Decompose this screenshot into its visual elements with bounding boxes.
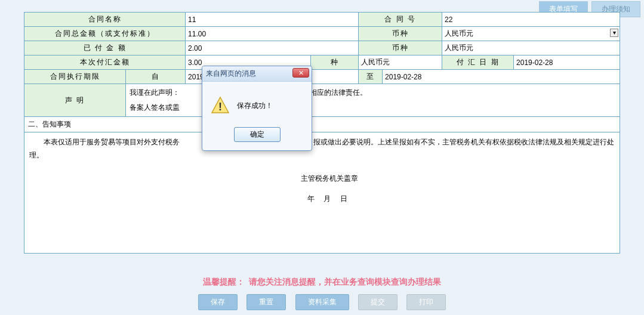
field-currency-3[interactable]: 人民币元 bbox=[359, 55, 442, 70]
label-currency-3: 种 bbox=[311, 55, 359, 70]
label-total-amount: 合同总金额（或支付标准） bbox=[24, 27, 186, 41]
dialog-message: 保存成功！ bbox=[237, 101, 273, 111]
label-contract-name: 合同名称 bbox=[24, 13, 186, 27]
field-pay-date[interactable] bbox=[514, 55, 620, 70]
reset-button[interactable]: 重置 bbox=[246, 294, 286, 310]
field-paid-amount[interactable] bbox=[186, 41, 359, 55]
message-dialog: 来自网页的消息 ✕ ! 保存成功！ 确定 bbox=[202, 66, 312, 151]
reminder-bar: 温馨提醒： 请您关注消息提醒，并在业务查询模块查询办理结果 bbox=[0, 277, 644, 288]
section2-body: 本表仅适用于服务贸易等项目对外支付税务务局进行纳税申报或做出必要说明。上述呈报如… bbox=[24, 132, 620, 254]
field-contract-no[interactable] bbox=[442, 13, 620, 27]
field-period-to[interactable] bbox=[383, 70, 620, 84]
field-declaration: 我谨在此声明：；愿承担相应的法律责任。 备案人签名或盖 bbox=[126, 84, 620, 117]
svg-text:!: ! bbox=[218, 101, 222, 113]
field-currency-1[interactable]: 人民币元 ▾ bbox=[442, 27, 620, 41]
submit-button: 提交 bbox=[358, 294, 398, 310]
save-button[interactable]: 保存 bbox=[198, 294, 238, 310]
collect-button[interactable]: 资料采集 bbox=[295, 294, 349, 310]
label-contract-period: 合同执行期限 bbox=[24, 70, 126, 84]
warning-icon: ! bbox=[211, 96, 230, 115]
stamp-label: 主管税务机关盖章 bbox=[29, 172, 615, 186]
print-button: 打印 bbox=[406, 294, 446, 310]
stamp-date: 年 月 日 bbox=[29, 193, 615, 206]
label-declaration: 声 明 bbox=[24, 84, 126, 117]
field-contract-name[interactable] bbox=[186, 13, 359, 27]
form-table: 合同名称 合 同 号 合同总金额（或支付标准） 币种 人民币元 ▾ 已 付 金 … bbox=[24, 12, 620, 117]
field-total-amount[interactable] bbox=[186, 27, 359, 41]
chevron-down-icon[interactable]: ▾ bbox=[610, 29, 618, 37]
form-panel: 合同名称 合 同 号 合同总金额（或支付标准） 币种 人民币元 ▾ 已 付 金 … bbox=[24, 12, 620, 254]
section2-title: 二、告知事项 bbox=[24, 117, 620, 132]
label-currency-2: 币种 bbox=[359, 41, 442, 55]
label-from: 自 bbox=[126, 70, 186, 84]
footer-buttons: 保存 重置 资料采集 提交 打印 bbox=[0, 294, 644, 310]
close-icon[interactable]: ✕ bbox=[292, 68, 309, 78]
dialog-title: 来自网页的消息 ✕ bbox=[202, 66, 312, 82]
label-paid-amount: 已 付 金 额 bbox=[24, 41, 186, 55]
label-contract-no: 合 同 号 bbox=[359, 13, 442, 27]
label-this-payment: 本次付汇金额 bbox=[24, 55, 186, 70]
label-to: 至 bbox=[359, 70, 383, 84]
label-pay-date: 付 汇 日 期 bbox=[442, 55, 514, 70]
field-currency-2[interactable]: 人民币元 bbox=[442, 41, 620, 55]
ok-button[interactable]: 确定 bbox=[234, 127, 281, 142]
label-currency-1: 币种 bbox=[359, 27, 442, 41]
